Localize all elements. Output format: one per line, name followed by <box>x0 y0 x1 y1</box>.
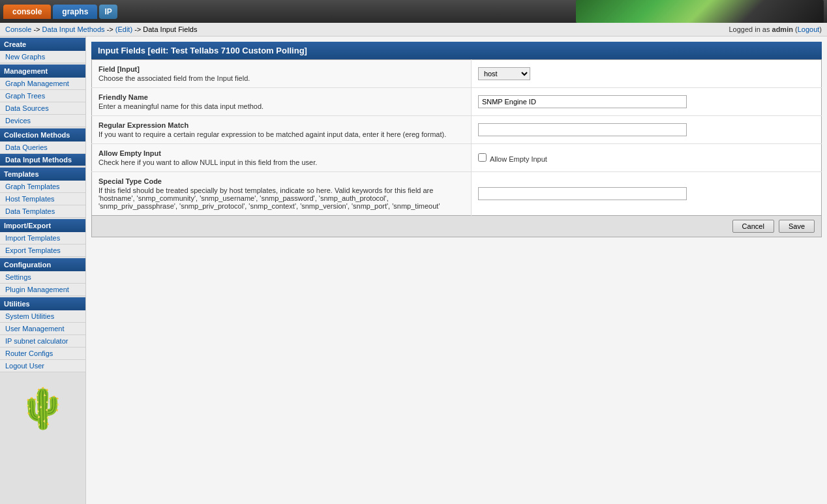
sidebar-item-export-templates[interactable]: Export Templates <box>0 245 85 257</box>
breadcrumb-bar: Console -> Data Input Methods -> (Edit) … <box>0 23 827 37</box>
sidebar-item-data-queries[interactable]: Data Queries <box>0 141 85 154</box>
console-tab[interactable]: console <box>3 5 51 19</box>
sidebar-item-graph-templates[interactable]: Graph Templates <box>0 181 85 193</box>
graphs-tab[interactable]: graphs <box>53 5 97 19</box>
sidebar-item-user-management[interactable]: User Management <box>0 323 85 335</box>
allow-empty-title: Allow Empty Input <box>98 149 464 157</box>
sidebar-item-logout-user[interactable]: Logout User <box>0 360 85 372</box>
breadcrumb-data-input-methods[interactable]: Data Input Methods <box>42 25 105 33</box>
sidebar-item-router-configs[interactable]: Router Configs <box>0 348 85 360</box>
sidebar-header-templates: Templates <box>0 168 85 181</box>
sidebar-header-management: Management <box>0 65 85 78</box>
breadcrumb: Console -> Data Input Methods -> (Edit) … <box>5 25 197 33</box>
sidebar-item-data-sources[interactable]: Data Sources <box>0 102 85 115</box>
allow-empty-checkbox-label: Allow Empty Input <box>490 155 547 163</box>
sidebar-item-plugin-management[interactable]: Plugin Management <box>0 284 85 296</box>
allow-empty-checkbox[interactable] <box>478 153 487 162</box>
action-bar: Cancel Save <box>91 216 822 237</box>
breadcrumb-console[interactable]: Console <box>5 25 31 33</box>
regex-match-description: If you want to require a certain regular… <box>98 130 464 138</box>
form-table: Field [Input]Choose the associated field… <box>91 59 822 216</box>
friendly-name-input[interactable] <box>478 95 687 108</box>
regex-match-input[interactable] <box>478 123 687 136</box>
ip-tab[interactable]: IP <box>99 5 117 19</box>
field-input-title: Field [Input] <box>98 65 464 73</box>
form-row-regex-match: Regular Expression MatchIf you want to r… <box>92 116 822 144</box>
sidebar-header-create: Create <box>0 38 85 51</box>
logout-link[interactable]: Logout <box>798 25 820 33</box>
special-type-description: If this field should be treated speciall… <box>98 186 464 210</box>
cactus-logo: 🌵 <box>0 372 85 445</box>
sidebar-item-devices[interactable]: Devices <box>0 115 85 127</box>
logo-area <box>576 0 824 23</box>
sidebar-header-collection-methods: Collection Methods <box>0 128 85 141</box>
sidebar: CreateNew GraphsManagementGraph Manageme… <box>0 37 86 504</box>
page-title: Input Fields [edit: Test Tellabs 7100 Cu… <box>91 42 822 59</box>
sidebar-item-settings[interactable]: Settings <box>0 271 85 284</box>
special-type-input[interactable] <box>478 187 687 200</box>
sidebar-item-data-templates[interactable]: Data Templates <box>0 205 85 218</box>
sidebar-item-data-input-methods[interactable]: Data Input Methods <box>0 154 85 166</box>
field-input-select[interactable]: hostoutputindex <box>478 67 530 80</box>
form-row-field-input: Field [Input]Choose the associated field… <box>92 60 822 88</box>
sidebar-item-system-utilities[interactable]: System Utilities <box>0 310 85 323</box>
friendly-name-description: Enter a meaningful name for this data in… <box>98 102 464 110</box>
sidebar-item-import-templates[interactable]: Import Templates <box>0 232 85 245</box>
sidebar-header-utilities: Utilities <box>0 297 85 310</box>
sidebar-item-ip-subnet-calculator[interactable]: IP subnet calculator <box>0 335 85 348</box>
form-row-allow-empty: Allow Empty InputCheck here if you want … <box>92 144 822 172</box>
sidebar-header-configuration: Configuration <box>0 258 85 271</box>
sidebar-sections: CreateNew GraphsManagementGraph Manageme… <box>0 38 85 372</box>
sidebar-item-new-graphs[interactable]: New Graphs <box>0 51 85 63</box>
regex-match-title: Regular Expression Match <box>98 121 464 129</box>
breadcrumb-edit[interactable]: (Edit) <box>115 25 132 33</box>
sidebar-header-import/export: Import/Export <box>0 219 85 232</box>
form-row-special-type: Special Type CodeIf this field should be… <box>92 172 822 216</box>
top-navigation: console graphs IP <box>0 0 827 23</box>
sidebar-item-graph-trees[interactable]: Graph Trees <box>0 90 85 102</box>
special-type-title: Special Type Code <box>98 177 464 185</box>
main-content: Input Fields [edit: Test Tellabs 7100 Cu… <box>86 37 827 504</box>
sidebar-item-host-templates[interactable]: Host Templates <box>0 193 85 205</box>
cancel-button[interactable]: Cancel <box>732 220 774 233</box>
sidebar-item-graph-management[interactable]: Graph Management <box>0 78 85 90</box>
friendly-name-title: Friendly Name <box>98 93 464 101</box>
save-button[interactable]: Save <box>779 220 815 233</box>
field-input-description: Choose the associated field from the Inp… <box>98 74 464 82</box>
allow-empty-label: Allow Empty Input <box>478 155 547 163</box>
allow-empty-description: Check here if you want to allow NULL inp… <box>98 158 464 166</box>
main-layout: CreateNew GraphsManagementGraph Manageme… <box>0 37 827 504</box>
login-info: Logged in as admin (Logout) <box>729 25 822 33</box>
breadcrumb-current: Data Input Fields <box>143 25 197 33</box>
form-row-friendly-name: Friendly NameEnter a meaningful name for… <box>92 88 822 116</box>
